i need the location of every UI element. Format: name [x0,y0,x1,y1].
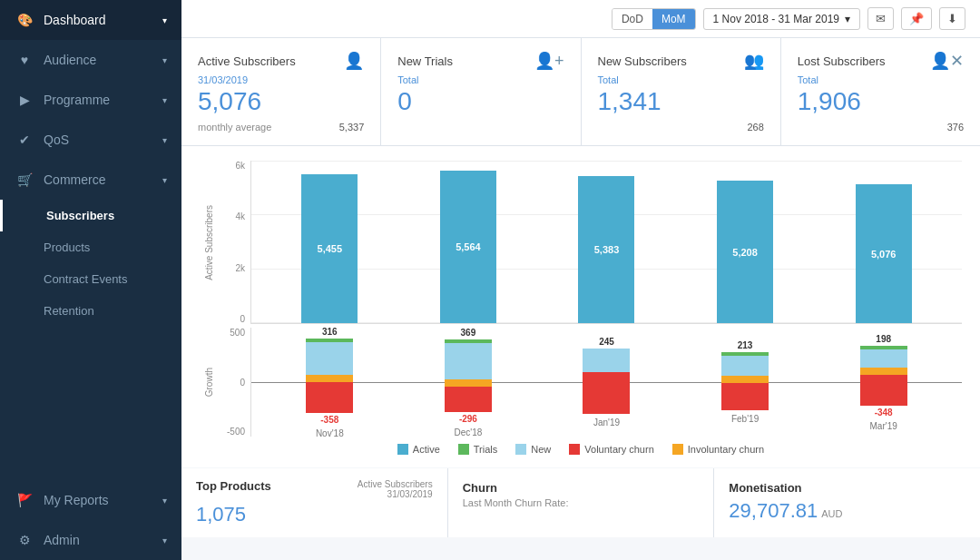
bottom-date-products: Active Subscribers [358,479,433,489]
legend-voluntary-churn: Voluntary churn [569,444,653,455]
chevron-down-icon: ▾ [162,135,167,145]
new-bar-feb19 [721,356,769,376]
sidebar-item-audience[interactable]: ♥ Audience ▾ [0,40,181,80]
sidebar-sub-label: Products [44,241,90,254]
sidebar-item-subscribers[interactable]: Subscribers [0,200,181,231]
legend-color-inv-churn [672,444,683,455]
new-bar-mar19 [860,349,907,368]
bottom-title-churn: Churn [463,481,497,495]
sidebar-item-label: Commerce [44,172,105,187]
email-button[interactable]: ✉ [867,7,894,30]
new-subscribers-icon: 👥 [744,51,764,71]
bottom-card-monetisation: Monetisation 29,707.81 AUD [714,468,980,537]
bar-dec18: 5,564 [440,171,496,323]
download-button[interactable]: ⬇ [939,7,965,30]
y-axis-growth: 500 0 -500 [218,328,250,437]
legend-new: New [515,444,551,455]
commerce-icon: 🛒 [15,172,34,187]
bar-value-jan19: 5,383 [578,176,634,323]
chevron-down-icon: ▾ [845,13,850,25]
chevron-down-icon: ▾ [162,15,167,25]
bar-feb19: 5,208 [717,181,773,323]
bar-value-feb19: 5,208 [717,181,773,323]
stat-sub-value-new-subs: 268 [747,122,763,133]
sidebar-sub-label: Subscribers [46,209,114,222]
sidebar-item-label: Programme [44,93,110,107]
vol-churn-bar-dec18 [445,387,492,412]
sidebar-item-label: QoS [44,133,69,147]
stat-value-lost: 1,906 [798,87,964,116]
bar-value-mar19: 5,076 [856,184,912,323]
sidebar-item-label: Audience [44,53,96,67]
reports-icon: 🚩 [15,493,34,507]
stat-title-lost: Lost Subscribers [798,54,886,68]
stat-title-trials: New Trials [397,54,453,68]
new-bar-nov18 [306,342,353,375]
legend-involuntary-churn: Involuntary churn [672,444,764,455]
stat-cards-row: Active Subscribers 👤 31/03/2019 5,076 mo… [181,38,980,146]
bottom-title-products: Top Products [196,479,271,493]
bottom-card-top-products: Top Products Active Subscribers 31/03/20… [181,468,447,537]
sidebar-item-products[interactable]: Products [0,231,181,263]
date-range-picker[interactable]: 1 Nov 2018 - 31 Mar 2019 ▾ [703,8,860,30]
inv-churn-bar-mar19 [860,368,907,375]
bottom-value-monetisation: 29,707.81 [729,499,818,523]
pin-button[interactable]: 📌 [901,7,932,30]
stat-label-new-subs: Total [598,74,764,85]
chart-container: Active Subscribers 6k 4k 2k 0 [181,146,980,467]
stat-label-lost: Total [798,74,964,85]
sidebar-item-label: My Reports [44,493,109,507]
chevron-down-icon: ▾ [162,535,167,545]
stat-sub-value-lost: 376 [947,122,964,133]
sidebar-item-commerce[interactable]: 🛒 Commerce ▾ [0,160,181,200]
bar-value-dec18: 5,564 [440,171,496,323]
sidebar-item-label: Admin [44,533,80,547]
inv-churn-bar-feb19 [721,376,769,383]
mom-toggle-button[interactable]: MoM [652,9,695,29]
stat-label-trials: Total [397,74,564,85]
stat-sub-label-active: monthly average [198,122,271,133]
legend-color-active [397,444,408,455]
bar-nov18: 5,455 [301,174,358,323]
lost-subscribers-icon: 👤✕ [930,51,964,71]
growth-col-dec18: 369 -296 Dec'18 [445,328,492,437]
legend-color-trials [458,444,469,455]
bottom-sub-churn: Last Month Churn Rate: [463,497,700,508]
sidebar-sub-label: Retention [44,304,94,318]
growth-col-mar19: 198 -348 Mar'19 [860,328,907,437]
stat-card-active-subscribers: Active Subscribers 👤 31/03/2019 5,076 mo… [181,38,381,145]
sidebar-item-qos[interactable]: ✔ QoS ▾ [0,120,181,160]
stat-card-lost-subscribers: Lost Subscribers 👤✕ Total 1,906 376 [781,38,980,145]
active-subscribers-icon: 👤 [344,51,364,71]
bar-mar19: 5,076 [856,184,912,323]
sidebar-item-programme[interactable]: ▶ Programme ▾ [0,80,181,120]
sidebar-item-admin[interactable]: ⚙ Admin ▾ [0,520,181,560]
growth-col-jan19: 245 Jan'19 [583,328,630,437]
sidebar-item-contract-events[interactable]: Contract Events [0,263,181,295]
main-content: DoD MoM 1 Nov 2018 - 31 Mar 2019 ▾ ✉ 📌 ⬇… [181,0,980,560]
chevron-down-icon: ▾ [162,496,167,506]
y-axis-label-growth: Growth [204,368,214,397]
sidebar-item-dashboard[interactable]: 🎨 Dashboard ▾ [0,0,181,40]
stat-value-active: 5,076 [198,87,364,116]
sidebar-item-retention[interactable]: Retention [0,295,181,327]
sidebar-item-label: Dashboard [44,13,106,27]
sidebar-item-my-reports[interactable]: 🚩 My Reports ▾ [0,480,181,520]
dod-toggle-button[interactable]: DoD [612,9,652,29]
bottom-section: Top Products Active Subscribers 31/03/20… [181,468,980,537]
inv-churn-bar-dec18 [445,379,492,387]
stat-card-new-subscribers: New Subscribers 👥 Total 1,341 268 [582,38,781,145]
active-subscribers-chart: Active Subscribers 6k 4k 2k 0 [200,161,962,458]
date-range-text: 1 Nov 2018 - 31 Mar 2019 [713,13,839,25]
y-axis-label-active: Active Subscribers [204,205,214,280]
stat-value-trials: 0 [397,87,564,116]
dashboard-icon: 🎨 [15,13,34,27]
dod-mom-toggle: DoD MoM [612,8,696,30]
legend-color-vol-churn [569,444,580,455]
legend-color-new [515,444,526,455]
stat-card-new-trials: New Trials 👤+ Total 0 [381,38,581,145]
chevron-down-icon: ▾ [162,175,167,185]
sidebar: 🎨 Dashboard ▾ ♥ Audience ▾ ▶ Programme ▾… [0,0,181,560]
new-trials-icon: 👤+ [534,51,564,71]
bar-jan19: 5,383 [578,176,634,323]
